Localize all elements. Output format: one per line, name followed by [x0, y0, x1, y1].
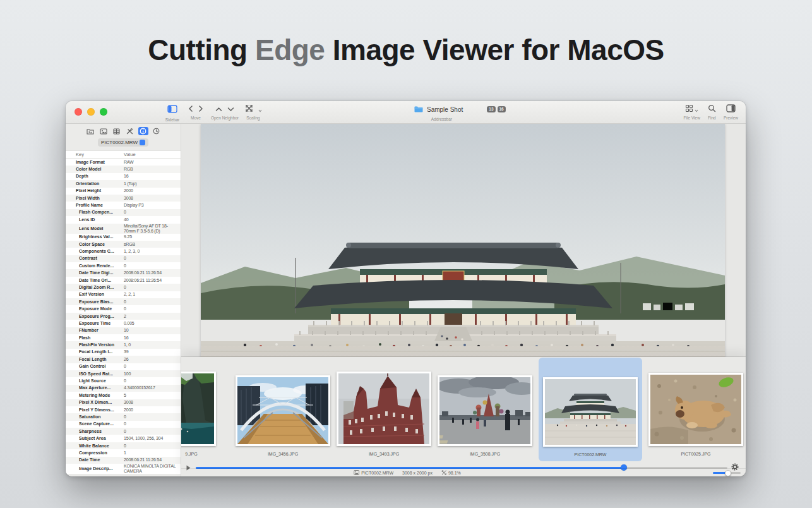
- kv-value: 100: [124, 372, 181, 377]
- file-pill[interactable]: PICT0002.MRW: [98, 138, 148, 147]
- traffic-lights: [75, 108, 107, 116]
- kv-row[interactable]: Scene Capture...0: [66, 421, 181, 428]
- kv-row[interactable]: Date Time Ori...2008:06:21 11:26:54: [66, 277, 181, 284]
- filmstrip-item-selected[interactable]: PICT0002.MRW: [539, 358, 642, 461]
- status-dimensions: 3008 x 2000 px: [402, 471, 433, 475]
- filmstrip: 9.JPG IMG_3456.JPG IMG_3493.JPG: [181, 357, 746, 476]
- kv-row[interactable]: Lens ModelMinolta/Sony AF DT 18-70mm F 3…: [66, 224, 181, 234]
- kv-row[interactable]: Focal Length26: [66, 356, 181, 363]
- main-photo[interactable]: [201, 124, 725, 364]
- tab-folder-icon[interactable]: [85, 127, 95, 135]
- kv-row[interactable]: Pixel Width3008: [66, 195, 181, 202]
- kv-value: 2000: [124, 188, 181, 193]
- kv-row[interactable]: Max Aperture...4.340000152617: [66, 385, 181, 392]
- scaling-label: Scaling: [246, 116, 260, 120]
- sidebar-toggle-button[interactable]: Sidebar: [160, 104, 184, 122]
- preview-button[interactable]: Preview: [724, 104, 738, 120]
- kv-row[interactable]: Components C...1, 2, 3, 0: [66, 248, 181, 255]
- kv-row[interactable]: Exif Version2, 2, 1: [66, 291, 181, 298]
- kv-value: 0: [124, 421, 181, 426]
- kv-row[interactable]: Lens ID40: [66, 216, 181, 223]
- filmstrip-item[interactable]: IMG_3493.JPG: [337, 360, 431, 459]
- kv-row[interactable]: Custom Rende...0: [66, 262, 181, 269]
- kv-row[interactable]: Light Source0: [66, 377, 181, 384]
- kv-row[interactable]: Digital Zoom R...0: [66, 284, 181, 291]
- kv-row[interactable]: Image Descrip...KONICA MINOLTA DIGITAL C…: [66, 464, 181, 474]
- filmstrip-item[interactable]: IMG_3456.JPG: [236, 360, 330, 459]
- close-button[interactable]: [75, 108, 82, 116]
- file-view-button[interactable]: File View: [684, 104, 700, 120]
- tab-adjust-icon[interactable]: [125, 127, 135, 135]
- minimize-button[interactable]: [87, 108, 95, 116]
- kv-row[interactable]: Contrast0: [66, 255, 181, 262]
- kv-row[interactable]: Depth16: [66, 173, 181, 180]
- move-buttons[interactable]: Move: [183, 104, 208, 120]
- kv-row[interactable]: Saturation0: [66, 413, 181, 420]
- kv-row[interactable]: Flash Compen...0: [66, 209, 181, 216]
- kv-row[interactable]: Color SpacesRGB: [66, 241, 181, 248]
- kv-row[interactable]: FlashPix Version1, 0: [66, 341, 181, 348]
- tab-info-icon[interactable]: [138, 127, 148, 135]
- kv-row[interactable]: Pixel Height2000: [66, 188, 181, 195]
- tab-table-icon[interactable]: [112, 127, 122, 135]
- thumbnail-size-slider[interactable]: [713, 472, 741, 474]
- kv-row[interactable]: FNumber10: [66, 327, 181, 334]
- kv-key: Lens ID: [66, 217, 124, 222]
- thumbsize-slider-knob[interactable]: [725, 470, 731, 476]
- kv-row[interactable]: Compression1: [66, 449, 181, 456]
- kv-row[interactable]: Focal Length I...39: [66, 349, 181, 356]
- kv-row[interactable]: Color ModelRGB: [66, 166, 181, 172]
- kv-row[interactable]: Brightness Val...9.25: [66, 234, 181, 241]
- kv-row[interactable]: Gain Control0: [66, 363, 181, 370]
- open-neighbor-down-icon[interactable]: [227, 104, 234, 115]
- thumbnail-image-palace: [543, 377, 638, 447]
- kv-row[interactable]: Flash16: [66, 334, 181, 341]
- tab-image-icon[interactable]: [99, 127, 109, 135]
- preview-panel-icon: [726, 104, 736, 115]
- kv-key: Max Aperture...: [66, 385, 124, 390]
- status-zoom: 98.1%: [448, 471, 461, 475]
- kv-value: 39: [124, 349, 181, 354]
- kv-row[interactable]: Exposure Time0.005: [66, 320, 181, 327]
- find-button[interactable]: Find: [708, 104, 716, 120]
- kv-row[interactable]: ISO Speed Rat...100: [66, 370, 181, 377]
- kv-row[interactable]: Date Time Digi...2008:06:21 11:26:54: [66, 269, 181, 276]
- thumbnail-filename: IMG_3493.JPG: [369, 452, 399, 459]
- open-neighbor-buttons[interactable]: Open Neighbor: [207, 104, 242, 120]
- kv-row[interactable]: Subject Area1504, 1000, 256, 304: [66, 435, 181, 442]
- kv-key: Pixel Height: [66, 188, 124, 193]
- move-back-icon[interactable]: [188, 104, 193, 115]
- addressbar[interactable]: Sample Shot 13 16 Addressbar: [414, 104, 506, 121]
- kv-value: 2000: [124, 408, 181, 413]
- kv-row[interactable]: Orientation1 (Top): [66, 180, 181, 187]
- kv-row[interactable]: Exposure Prog...2: [66, 313, 181, 320]
- kv-value: 1, 2, 3, 0: [124, 249, 181, 254]
- kv-row[interactable]: Pixel Y Dimens...2000: [66, 406, 181, 413]
- kv-key: Image Descrip...: [66, 466, 124, 471]
- kv-row[interactable]: Profile NameDisplay P3: [66, 202, 181, 209]
- kv-key: Exposure Prog...: [66, 314, 124, 319]
- kv-row[interactable]: Exposure Mode0: [66, 305, 181, 312]
- kv-value: 3008: [124, 196, 181, 201]
- thumbnail-image-cliff: [181, 372, 216, 446]
- file-pill-badge: [140, 140, 145, 145]
- file-view-label: File View: [684, 116, 700, 120]
- tab-history-icon[interactable]: [152, 127, 162, 135]
- kv-row[interactable]: White Balance0: [66, 442, 181, 449]
- kv-row[interactable]: Sharpness0: [66, 428, 181, 435]
- scaling-button[interactable]: Scaling: [242, 104, 264, 120]
- open-neighbor-label: Open Neighbor: [211, 116, 239, 120]
- kv-row[interactable]: Image FormatRAW: [66, 159, 181, 166]
- filmstrip-item[interactable]: 9.JPG: [181, 360, 229, 459]
- kv-row[interactable]: Pixel X Dimen...3008: [66, 399, 181, 406]
- kv-row[interactable]: Exposure Bias...0: [66, 298, 181, 305]
- filmstrip-item[interactable]: IMG_3508.JPG: [438, 360, 532, 459]
- kv-row[interactable]: Date Time2008:06:21 11:26:54: [66, 457, 181, 464]
- filmstrip-item[interactable]: PICT0025.JPG: [648, 360, 743, 459]
- kv-value: 0: [124, 256, 181, 261]
- zoom-button[interactable]: [100, 108, 107, 116]
- kv-row[interactable]: Metering Mode5: [66, 392, 181, 399]
- open-neighbor-up-icon[interactable]: [215, 104, 222, 115]
- statusbar: PICT0002.MRW 3008 x 2000 px 98.1%: [181, 468, 746, 476]
- move-forward-icon[interactable]: [198, 104, 203, 115]
